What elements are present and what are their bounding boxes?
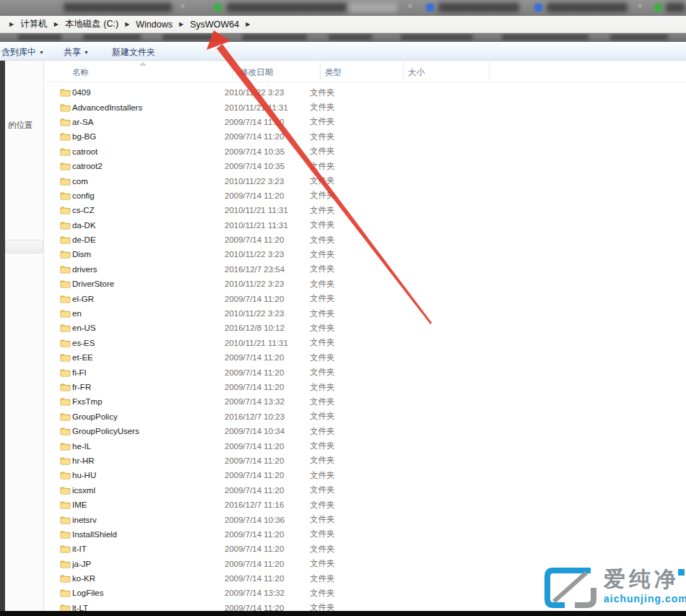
blurred-tab[interactable] — [64, 3, 172, 12]
nav-pane-selected-item[interactable] — [5, 240, 43, 253]
breadcrumb-item[interactable]: SysWOW64 — [190, 19, 239, 30]
new-folder-button[interactable]: 新建文件夹 — [112, 46, 155, 58]
breadcrumb-item[interactable]: Windows — [136, 19, 173, 30]
table-row[interactable]: et-EE 2009/7/14 11:20 文件夹 — [45, 350, 686, 365]
table-row[interactable]: IME 2016/12/7 11:16 文件夹 — [45, 498, 686, 512]
tab-close-icon[interactable]: × — [638, 2, 642, 10]
tab-favicon-green-icon — [214, 4, 222, 12]
table-row[interactable]: 0409 2010/11/22 3:23 文件夹 — [45, 85, 686, 100]
table-row[interactable]: drivers 2016/12/7 23:54 文件夹 — [45, 262, 686, 277]
table-row[interactable]: da-DK 2010/11/21 11:31 文件夹 — [45, 218, 686, 233]
command-toolbar: 含到库中▼ 共享▼ 新建文件夹 — [0, 42, 686, 61]
column-divider[interactable] — [489, 62, 490, 79]
table-row[interactable]: catroot 2009/7/14 10:35 文件夹 — [45, 144, 686, 159]
folder-name: catroot — [72, 147, 225, 156]
table-row[interactable]: catroot2 2009/7/14 10:35 文件夹 — [45, 159, 686, 173]
column-divider[interactable] — [403, 62, 404, 79]
table-row[interactable]: GroupPolicyUsers 2009/7/14 10:34 文件夹 — [45, 424, 686, 438]
folder-icon — [60, 427, 72, 435]
date-modified: 2016/12/7 10:23 — [225, 412, 310, 421]
column-divider[interactable] — [233, 62, 233, 79]
folder-icon — [60, 500, 72, 509]
date-modified: 2009/7/14 11:20 — [225, 545, 310, 553]
date-modified: 2016/12/7 11:16 — [225, 500, 310, 509]
table-row[interactable]: it-IT 2009/7/14 11:20 文件夹 — [45, 542, 686, 556]
column-header-type[interactable]: 类型 — [325, 67, 342, 78]
table-row[interactable]: en 2010/11/22 3:23 文件夹 — [45, 306, 686, 321]
type-label: 文件夹 — [310, 382, 335, 393]
table-row[interactable]: InstallShield 2009/7/14 11:20 文件夹 — [45, 527, 686, 542]
folder-name: GroupPolicy — [72, 412, 225, 421]
breadcrumb-item[interactable]: 本地磁盘 (C:) — [65, 18, 118, 30]
table-row[interactable]: hr-HR 2009/7/14 11:20 文件夹 — [45, 454, 686, 468]
table-row[interactable]: fr-FR 2009/7/14 11:20 文件夹 — [45, 380, 686, 394]
table-row[interactable]: en-US 2016/12/8 10:12 文件夹 — [45, 321, 686, 335]
blurred-tab[interactable] — [666, 3, 685, 12]
tab-close-icon[interactable]: × — [181, 2, 185, 10]
table-row[interactable]: AdvancedInstallers 2010/11/21 11:31 文件夹 — [45, 100, 686, 114]
tab-favicon-green-icon — [654, 4, 662, 12]
table-row[interactable]: config 2009/7/14 11:20 文件夹 — [45, 188, 686, 203]
breadcrumb-arrow-icon[interactable]: ▶ — [54, 21, 58, 27]
file-rows: 0409 2010/11/22 3:23 文件夹 AdvancedInstall… — [45, 85, 686, 615]
table-row[interactable]: fi-FI 2009/7/14 11:20 文件夹 — [45, 365, 686, 379]
folder-icon — [60, 412, 72, 421]
share-button[interactable]: 共享▼ — [64, 46, 89, 58]
watermark-domain: aichunjing.com — [604, 593, 686, 604]
table-row[interactable]: GroupPolicy 2016/12/7 10:23 文件夹 — [45, 409, 686, 424]
type-label: 文件夹 — [310, 337, 335, 348]
folder-name: cs-CZ — [72, 206, 225, 214]
table-row[interactable]: cs-CZ 2010/11/21 11:31 文件夹 — [45, 203, 686, 217]
folder-icon — [60, 250, 72, 259]
breadcrumb: ▶ 计算机 ▶ 本地磁盘 (C:) ▶ Windows ▶ SysWOW64 ▶ — [0, 16, 686, 33]
folder-icon — [60, 265, 72, 274]
breadcrumb-arrow-icon[interactable]: ▶ — [125, 21, 129, 27]
table-row[interactable]: FxsTmp 2009/7/14 13:32 文件夹 — [45, 394, 686, 409]
table-row[interactable]: he-IL 2009/7/14 11:20 文件夹 — [45, 438, 686, 453]
background-window-edge — [0, 61, 5, 616]
table-row[interactable]: com 2010/11/22 3:23 文件夹 — [45, 173, 686, 188]
type-label: 文件夹 — [310, 367, 335, 378]
table-row[interactable]: Dism 2010/11/22 3:23 文件夹 — [45, 247, 686, 261]
table-row[interactable]: es-ES 2010/11/21 11:31 文件夹 — [45, 336, 686, 350]
table-row[interactable]: de-DE 2009/7/14 11:20 文件夹 — [45, 233, 686, 247]
column-header-date[interactable]: 修改日期 — [240, 67, 273, 78]
folder-name: catroot2 — [72, 162, 225, 170]
date-modified: 2009/7/14 11:20 — [225, 235, 310, 244]
folder-name: hr-HR — [72, 456, 225, 465]
type-label: 文件夹 — [310, 161, 335, 172]
breadcrumb-item[interactable]: 计算机 — [20, 18, 48, 30]
type-label: 文件夹 — [310, 323, 335, 334]
folder-name: com — [72, 177, 225, 186]
table-row[interactable]: ar-SA 2009/7/14 11:20 文件夹 — [45, 115, 686, 129]
column-header-name[interactable]: 名称 — [72, 67, 89, 78]
column-header-size[interactable]: 大小 — [408, 67, 425, 78]
blurred-tab[interactable] — [438, 3, 519, 12]
date-modified: 2009/7/14 11:20 — [225, 118, 310, 126]
tab-close-icon[interactable]: × — [408, 2, 412, 10]
aichunjing-logo-icon — [543, 566, 598, 610]
blurred-tab[interactable] — [227, 3, 347, 12]
table-row[interactable]: bg-BG 2009/7/14 11:20 文件夹 — [45, 129, 686, 144]
table-row[interactable]: hu-HU 2009/7/14 11:20 文件夹 — [45, 468, 686, 482]
breadcrumb-arrow-icon[interactable]: ▶ — [179, 21, 183, 27]
date-modified: 2016/12/8 10:12 — [225, 324, 310, 332]
table-row[interactable]: inetsrv 2009/7/14 10:36 文件夹 — [45, 512, 686, 526]
column-divider[interactable] — [320, 62, 321, 79]
date-modified: 2009/7/14 11:20 — [225, 383, 310, 391]
table-row[interactable]: DriverStore 2010/11/22 3:23 文件夹 — [45, 277, 686, 291]
blurred-tab[interactable] — [547, 3, 628, 12]
chevron-down-icon: ▼ — [84, 50, 89, 55]
breadcrumb-arrow-icon[interactable]: ▶ — [9, 21, 14, 27]
folder-icon — [60, 589, 72, 597]
navigation-pane: 的位置 — [5, 61, 44, 612]
table-row[interactable]: el-GR 2009/7/14 11:20 文件夹 — [45, 291, 686, 305]
include-in-library-button[interactable]: 含到库中▼ — [1, 46, 44, 58]
date-modified: 2009/7/14 11:20 — [225, 530, 310, 539]
table-row[interactable]: icsxml 2009/7/14 11:20 文件夹 — [45, 483, 686, 498]
folder-name: ko-KR — [72, 574, 225, 583]
blurred-tab[interactable] — [349, 3, 397, 12]
breadcrumb-arrow-icon[interactable]: ▶ — [246, 21, 250, 27]
folder-icon — [60, 486, 72, 495]
folder-icon — [60, 279, 72, 288]
